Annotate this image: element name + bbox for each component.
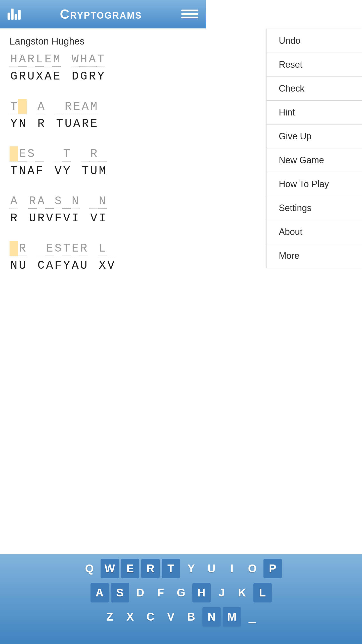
guess-cell[interactable]: S bbox=[54, 194, 62, 209]
guess-cell[interactable] bbox=[62, 194, 71, 209]
guess-cell[interactable] bbox=[37, 241, 45, 256]
guess-cell[interactable]: L bbox=[35, 52, 44, 67]
guess-cell[interactable]: M bbox=[52, 52, 61, 67]
cipher-cell: E bbox=[52, 69, 61, 84]
cipher-cell: D bbox=[71, 69, 79, 84]
guess-cell[interactable] bbox=[89, 194, 98, 209]
cipher-cell: A bbox=[45, 258, 54, 273]
cipher-cell: U bbox=[28, 211, 37, 226]
cipher-cell: A bbox=[44, 69, 52, 84]
cipher-cell: G bbox=[79, 69, 88, 84]
cipher-cell: U bbox=[18, 258, 27, 273]
puzzle-word: ESTNAF bbox=[10, 146, 44, 179]
guess-cell[interactable]: M bbox=[89, 99, 98, 114]
word-row: ESTNAFTVYRTUM bbox=[10, 146, 196, 179]
puzzle-grid: HARLEMGRUXAEWHATDGRYTYNARREAMTUAREESTNAF… bbox=[10, 52, 196, 276]
guess-cell[interactable]: A bbox=[37, 99, 45, 114]
cipher-cell: V bbox=[107, 258, 115, 273]
word-row: TYNARREAMTUARE bbox=[10, 99, 196, 131]
cipher-cell: I bbox=[98, 211, 107, 226]
guess-cell[interactable]: N bbox=[98, 194, 107, 209]
guess-cell[interactable]: W bbox=[71, 52, 79, 67]
cipher-cell: I bbox=[71, 211, 79, 226]
guess-cell[interactable]: L bbox=[98, 241, 107, 256]
cipher-cell: N bbox=[18, 116, 27, 131]
cipher-cell: V bbox=[62, 211, 71, 226]
guess-cell[interactable] bbox=[35, 146, 44, 162]
cipher-cell: F bbox=[54, 211, 62, 226]
guess-cell[interactable]: S bbox=[27, 146, 35, 162]
guess-cell[interactable]: T bbox=[62, 241, 71, 256]
cipher-cell: X bbox=[98, 258, 107, 273]
puzzle-author: Langston Hughes bbox=[10, 36, 196, 47]
word-row: ARRASNURVFVINVI bbox=[10, 194, 196, 226]
cipher-cell: V bbox=[54, 164, 62, 179]
cipher-cell: X bbox=[35, 69, 44, 84]
guess-cell[interactable]: E bbox=[71, 241, 79, 256]
stats-icon[interactable] bbox=[8, 9, 21, 20]
puzzle-word: TVY bbox=[54, 146, 71, 179]
cipher-cell: G bbox=[10, 69, 18, 84]
guess-cell[interactable]: E bbox=[72, 99, 81, 114]
guess-cell[interactable]: A bbox=[81, 99, 89, 114]
guess-cell[interactable]: E bbox=[18, 146, 27, 162]
cipher-cell: U bbox=[64, 116, 72, 131]
guess-cell[interactable]: T bbox=[10, 99, 18, 114]
guess-cell[interactable]: H bbox=[10, 52, 18, 67]
guess-cell[interactable]: N bbox=[71, 194, 79, 209]
cipher-cell: A bbox=[72, 116, 81, 131]
guess-cell[interactable]: R bbox=[18, 241, 27, 256]
guess-cell[interactable]: R bbox=[89, 146, 98, 162]
guess-cell[interactable]: A bbox=[10, 194, 18, 209]
cipher-cell: U bbox=[27, 69, 35, 84]
puzzle-word: RASNURVFVI bbox=[28, 194, 79, 226]
guess-cell[interactable]: R bbox=[79, 241, 88, 256]
puzzle-word: HARLEMGRUXAE bbox=[10, 52, 61, 84]
puzzle-word: LXV bbox=[98, 241, 115, 273]
cipher-cell: V bbox=[45, 211, 54, 226]
puzzle-word: RNU bbox=[10, 241, 27, 273]
cipher-cell: T bbox=[10, 164, 18, 179]
guess-cell[interactable] bbox=[107, 241, 115, 256]
guess-cell[interactable]: A bbox=[37, 194, 45, 209]
guess-cell[interactable]: T bbox=[62, 146, 71, 162]
guess-cell[interactable]: E bbox=[44, 52, 52, 67]
cipher-cell: R bbox=[81, 116, 89, 131]
puzzle-word: ESTERCAFYAU bbox=[37, 241, 88, 273]
guess-cell[interactable]: A bbox=[88, 52, 97, 67]
guess-cell[interactable]: R bbox=[27, 52, 35, 67]
cipher-cell: F bbox=[35, 164, 44, 179]
cipher-cell: E bbox=[89, 116, 98, 131]
guess-cell[interactable] bbox=[10, 146, 18, 162]
guess-cell[interactable]: T bbox=[97, 52, 105, 67]
puzzle-word: AR bbox=[37, 99, 45, 131]
guess-cell[interactable] bbox=[18, 99, 27, 114]
puzzle-word: WHATDGRY bbox=[71, 52, 105, 84]
cipher-cell: F bbox=[54, 258, 62, 273]
cipher-cell: U bbox=[89, 164, 98, 179]
guess-cell[interactable]: R bbox=[64, 99, 72, 114]
word-row: RNUESTERCAFYAULXV bbox=[10, 241, 196, 273]
cipher-cell: Y bbox=[62, 258, 71, 273]
guess-cell[interactable]: R bbox=[28, 194, 37, 209]
guess-cell[interactable] bbox=[54, 146, 62, 162]
cipher-cell: Y bbox=[62, 164, 71, 179]
page-title: Cryptograms bbox=[60, 7, 142, 22]
game-area: Langston Hughes HARLEMGRUXAEWHATDGRYTYNA… bbox=[0, 28, 206, 276]
cipher-cell: C bbox=[37, 258, 45, 273]
cipher-cell: T bbox=[55, 116, 64, 131]
puzzle-word: TYN bbox=[10, 99, 27, 131]
puzzle-word: RTUM bbox=[81, 146, 107, 179]
guess-cell[interactable]: S bbox=[54, 241, 62, 256]
guess-cell[interactable]: E bbox=[45, 241, 54, 256]
hamburger-icon[interactable] bbox=[181, 10, 198, 18]
guess-cell[interactable] bbox=[55, 99, 64, 114]
guess-cell[interactable]: H bbox=[79, 52, 88, 67]
guess-cell[interactable]: A bbox=[18, 52, 27, 67]
cipher-cell: A bbox=[27, 164, 35, 179]
guess-cell[interactable] bbox=[45, 194, 54, 209]
guess-cell[interactable] bbox=[10, 241, 18, 256]
guess-cell[interactable] bbox=[81, 146, 89, 162]
guess-cell[interactable] bbox=[98, 146, 107, 162]
cipher-cell: Y bbox=[10, 116, 18, 131]
